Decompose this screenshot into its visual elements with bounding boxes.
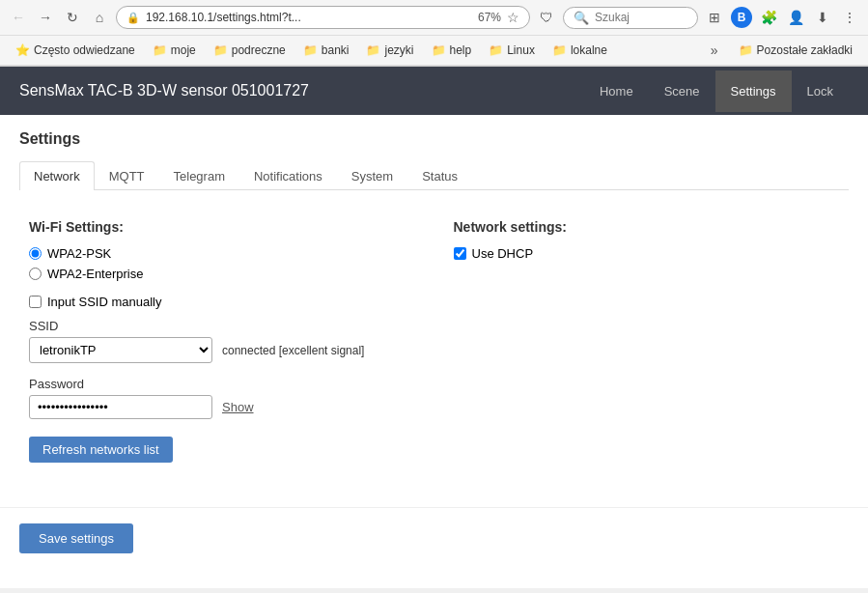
bookmark-star-icon[interactable]: ☆ (507, 10, 519, 25)
bookmark-label: Pozostałe zakładki (757, 43, 853, 57)
bookmark-item-frequently[interactable]: ⭐ Często odwiedzane (8, 42, 143, 59)
settings-page: Settings Network MQTT Telegram Notificat… (0, 115, 868, 488)
bookmarks-overflow: » 📁 Pozostałe zakładki (704, 40, 860, 61)
password-label: Password (29, 377, 415, 391)
nav-scene[interactable]: Scene (649, 71, 715, 112)
tabs: Network MQTT Telegram Notifications Syst… (19, 161, 849, 190)
lock-icon: 🔒 (126, 12, 140, 24)
app-title: SensMax TAC-B 3D-W sensor 051001727 (19, 82, 309, 99)
bookmark-label: podreczne (232, 43, 286, 57)
bookmarks-more-button[interactable]: » (704, 40, 725, 61)
nav-settings[interactable]: Settings (715, 71, 792, 112)
manual-ssid-label: Input SSID manually (47, 295, 162, 309)
radio-wpa2-psk-label: WPA2-PSK (47, 246, 111, 261)
downloads-button[interactable]: ⬇ (812, 7, 833, 28)
star-icon: ⭐ (15, 43, 30, 57)
settings-title: Settings (19, 130, 849, 148)
address-text: 192.168.10.1/settings.html?t... (146, 11, 472, 24)
bookmark-item-pozostale[interactable]: 📁 Pozostałe zakładki (731, 42, 860, 59)
menu-button[interactable]: ⋮ (839, 7, 860, 28)
radio-wpa2-psk[interactable]: WPA2-PSK (29, 246, 415, 261)
bookmark-item-lokalne[interactable]: 📁 lokalne (545, 42, 615, 59)
folder-icon: 📁 (303, 43, 318, 57)
password-input[interactable] (29, 395, 212, 419)
folder-icon: 📁 (153, 43, 167, 57)
bookmark-item-linux[interactable]: 📁 Linux (481, 42, 543, 59)
app-nav: Home Scene Settings Lock (584, 71, 849, 112)
tab-system[interactable]: System (337, 161, 407, 190)
folder-icon: 📁 (489, 43, 503, 57)
password-row: Show (29, 395, 415, 419)
show-password-link[interactable]: Show (222, 400, 254, 414)
search-input[interactable] (595, 11, 691, 24)
zoom-badge[interactable]: 67% (478, 11, 501, 24)
use-dhcp-checkbox-label[interactable]: Use DHCP (454, 246, 840, 261)
bookmark-label: lokalne (571, 43, 607, 57)
bookmark-label: Często odwiedzane (34, 43, 135, 57)
radio-wpa2-enterprise-input[interactable] (29, 268, 42, 280)
tab-mqtt[interactable]: MQTT (95, 161, 159, 190)
nav-home[interactable]: Home (584, 71, 649, 112)
account-button[interactable]: 👤 (785, 7, 806, 28)
bookmark-item-moje[interactable]: 📁 moje (145, 42, 204, 59)
bookmark-item-banki[interactable]: 📁 banki (295, 42, 357, 59)
forward-button[interactable]: → (35, 7, 56, 28)
radio-wpa2-enterprise[interactable]: WPA2-Enterprise (29, 267, 415, 281)
extensions-button[interactable]: 🧩 (758, 7, 779, 28)
folder-icon: 📁 (739, 43, 753, 57)
shield-icon-btn[interactable]: 🛡 (536, 7, 557, 28)
folder-icon: 📁 (366, 43, 380, 57)
ssid-row: letronikTP connected [excellent signal] (29, 337, 415, 363)
use-dhcp-checkbox[interactable] (454, 247, 466, 260)
bookmark-label: help (450, 43, 472, 57)
bookmark-item-help[interactable]: 📁 help (424, 42, 480, 59)
browser-toolbar: ← → ↻ ⌂ 🔒 192.168.10.1/settings.html?t..… (0, 0, 868, 36)
manual-ssid-checkbox-label[interactable]: Input SSID manually (29, 295, 415, 309)
ssid-form-group: SSID letronikTP connected [excellent sig… (29, 319, 415, 363)
bookmark-label: Linux (507, 43, 535, 57)
content-area: Wi-Fi Settings: WPA2-PSK WPA2-Enterprise (19, 210, 849, 472)
tab-grid-button[interactable]: ⊞ (704, 7, 725, 28)
bookmark-item-podreczne[interactable]: 📁 podreczne (206, 42, 294, 59)
tab-network[interactable]: Network (19, 161, 95, 190)
bookmarks-bar: ⭐ Często odwiedzane 📁 moje 📁 podreczne 📁… (0, 36, 868, 66)
ssid-label: SSID (29, 319, 415, 333)
save-settings-button[interactable]: Save settings (19, 523, 133, 553)
app-container: SensMax TAC-B 3D-W sensor 051001727 Home… (0, 67, 868, 588)
refresh-networks-button[interactable]: Refresh networks list (29, 437, 173, 463)
manual-ssid-checkbox[interactable] (29, 296, 42, 308)
browser-chrome: ← → ↻ ⌂ 🔒 192.168.10.1/settings.html?t..… (0, 0, 868, 67)
bookmark-label: banki (322, 43, 350, 57)
wifi-security-group: WPA2-PSK WPA2-Enterprise (29, 246, 415, 281)
browser-icons: ⊞ B 🧩 👤 ⬇ ⋮ (704, 7, 860, 28)
radio-wpa2-enterprise-label: WPA2-Enterprise (47, 267, 143, 281)
ssid-select[interactable]: letronikTP (29, 337, 212, 363)
bookmark-label: moje (171, 43, 196, 57)
tab-telegram[interactable]: Telegram (159, 161, 239, 190)
network-section: Network settings: Use DHCP (454, 219, 840, 463)
bottom-bar: Save settings (0, 507, 868, 569)
folder-icon: 📁 (213, 43, 228, 57)
ssid-status: connected [excellent signal] (222, 344, 364, 357)
bookmark-item-jezyki[interactable]: 📁 jezyki (358, 42, 421, 59)
folder-icon: 📁 (552, 43, 567, 57)
wifi-section-title: Wi-Fi Settings: (29, 219, 415, 235)
use-dhcp-label: Use DHCP (472, 246, 534, 261)
bookmark-label: jezyki (384, 43, 413, 57)
back-button[interactable]: ← (8, 7, 29, 28)
radio-wpa2-psk-input[interactable] (29, 247, 42, 260)
home-button[interactable]: ⌂ (89, 7, 110, 28)
user-avatar[interactable]: B (731, 7, 752, 28)
app-header: SensMax TAC-B 3D-W sensor 051001727 Home… (0, 67, 868, 115)
search-icon: 🔍 (574, 11, 589, 25)
address-bar[interactable]: 🔒 192.168.10.1/settings.html?t... 67% ☆ (116, 6, 530, 29)
tab-status[interactable]: Status (407, 161, 472, 190)
reload-button[interactable]: ↻ (62, 7, 83, 28)
wifi-section: Wi-Fi Settings: WPA2-PSK WPA2-Enterprise (29, 219, 415, 463)
network-section-title: Network settings: (454, 219, 840, 235)
search-bar[interactable]: 🔍 (563, 7, 698, 29)
tab-notifications[interactable]: Notifications (239, 161, 337, 190)
nav-lock[interactable]: Lock (792, 71, 849, 112)
folder-icon: 📁 (432, 43, 446, 57)
password-form-group: Password Show (29, 377, 415, 419)
